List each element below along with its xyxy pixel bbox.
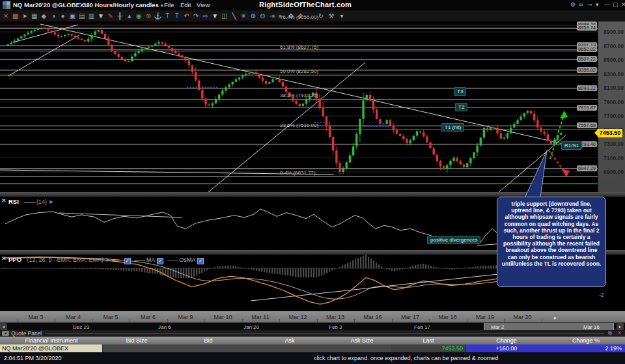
date-label: Mar 4 — [66, 314, 81, 320]
quote-bid-cell — [171, 344, 247, 352]
symbol-selector[interactable]: NQ Mar20'20 @GLOBEX▾ — [13, 1, 89, 8]
text-note-icon[interactable]: T — [163, 12, 172, 20]
candle-tool-icon[interactable]: ╫ — [115, 12, 124, 20]
date-axis[interactable]: Mar 3Mar 4Mar 5Mar 6Mar 9Mar 10Mar 11Mar… — [0, 311, 625, 323]
scroll-date-label: Dec 23 — [73, 324, 89, 330]
ppo-settings-pointer-icon[interactable]: ➤ — [105, 257, 112, 263]
date-label: Mar 6 — [141, 314, 156, 320]
divider — [46, 333, 604, 334]
date-label: Mar 5 — [103, 314, 118, 320]
ellipse-icon[interactable]: ● — [59, 12, 68, 20]
quote-columns-header: Financial InstrumentBid SizeBidAskAsk Si… — [0, 337, 625, 344]
date-label: Mar 16 — [363, 314, 382, 320]
bar-spacing-out-icon[interactable]: ⇤ — [277, 12, 286, 20]
palette-icon[interactable]: ❖ — [296, 12, 305, 20]
ppo-params: (12, 26, 9 - EMA, EMA, EMA) — [27, 257, 104, 263]
date-label: Mar 18 — [438, 314, 456, 320]
grid-icon[interactable]: ▦ — [30, 12, 39, 20]
settings-gear-icon[interactable]: ⚙ — [570, 1, 576, 8]
triangle-tool-icon[interactable]: ▲ — [125, 12, 134, 20]
rsi-header: RSI —— (14) ➤ — [8, 198, 53, 205]
date-label: Mar 10 — [214, 314, 232, 320]
trendline-tool-icon[interactable]: ╲ — [229, 12, 238, 20]
osma-checkbox[interactable]: ✓ — [197, 258, 204, 264]
quote-change-cell: +160.00 — [466, 344, 548, 352]
date-label: Mar 11 — [251, 314, 269, 320]
column-header-ask-size: Ask Size — [333, 337, 391, 344]
utility-chevron-icon[interactable]: ▾ — [337, 12, 346, 20]
ray-tool-icon[interactable]: ✳ — [239, 12, 248, 20]
link-icon[interactable]: ∞ — [579, 1, 583, 8]
menu-edit[interactable]: Edit — [180, 1, 191, 8]
quote-panel-close-icon[interactable]: ✕ — [617, 330, 622, 336]
maximize-button[interactable]: ▢ — [613, 1, 618, 8]
symbol-label: NQ Mar20'20 @GLOBEX — [13, 1, 84, 8]
anchor-icon[interactable]: ⚓ — [154, 12, 163, 20]
column-header-last: Last — [391, 337, 466, 344]
toolbar: ✕▩➤▦◆◑●▣▤▥▼✎╫▲◉⊕⚓TT↶↷⇨▼◫╲✳⊕⊖⇥⇤✥❖↻⚒▾ — [0, 10, 625, 22]
wrench-icon[interactable]: ⚒ — [327, 12, 336, 20]
date-label: Mar 13 — [326, 314, 344, 320]
scroll-date-label: Feb 17 — [414, 324, 430, 330]
globe-icon[interactable]: ◉ — [134, 12, 143, 20]
trading-app-window: NQ Mar20'20 @GLOBEX▾ 330 Hours/Hourly ca… — [0, 0, 625, 364]
axis-tick-label: 7700.00 — [604, 113, 624, 119]
ppo-close-icon[interactable]: ✕ — [1, 255, 7, 262]
price-chart[interactable] — [0, 21, 598, 192]
pointer-icon[interactable]: ➤ — [20, 12, 29, 20]
scroll-date-label: Mar 2 — [491, 324, 504, 330]
draw-pen-icon[interactable]: ✎ — [106, 12, 115, 20]
chart-layout-icon[interactable]: ▤ — [77, 12, 87, 20]
ppo-title: PPO — [8, 256, 21, 263]
ma-label: MA — [146, 257, 156, 263]
date-label: Mar 17 — [401, 314, 419, 320]
close-chart-icon[interactable]: ✕ — [1, 12, 10, 20]
quote-row[interactable]: NQ Mar20'20 @GLOBEX 7453.50 +160.00 2.19… — [0, 344, 625, 352]
minimize-button[interactable]: — — [604, 1, 610, 8]
text-box-icon[interactable]: T — [173, 12, 182, 20]
rsi-close-icon[interactable]: ✕ — [1, 197, 7, 204]
date-label: Mar 3 — [28, 314, 43, 320]
redo-icon[interactable]: ↷ — [191, 12, 201, 20]
column-header-change: Change — [466, 337, 547, 344]
axis-tick-label: 7300.00 — [604, 141, 624, 147]
dropdown-triangle-icon[interactable]: ▼ — [96, 12, 105, 20]
multi-grid-icon[interactable]: ▥ — [87, 12, 96, 20]
price-axis[interactable]: 8900.008700.008500.008300.008100.007900.… — [598, 21, 625, 192]
rsi-splitter[interactable] — [0, 192, 625, 197]
center-last-icon[interactable]: ✥ — [286, 12, 296, 20]
exit-door-icon[interactable]: ◫ — [220, 12, 229, 20]
ma-checkbox[interactable]: ✓ — [157, 258, 163, 264]
quote-ask-cell — [246, 344, 334, 352]
half-circle-icon[interactable]: ◑ — [49, 12, 58, 20]
candlestick-canvas[interactable] — [0, 21, 598, 192]
stamp-icon[interactable]: ◆ — [39, 12, 48, 20]
quote-panel-collapse-button[interactable]: ▾ — [2, 331, 9, 336]
analysis-note: triple support (downtrend line, uptrend … — [497, 197, 606, 287]
pin-chevron-icon[interactable]: ▾ — [596, 1, 599, 8]
positive-divergences-label: positive divergences — [427, 236, 480, 244]
timeframe-selector[interactable]: 330 Hours/Hourly candles▾ — [83, 1, 163, 8]
snap-region-icon[interactable]: ▩ — [11, 12, 20, 20]
bar-spacing-in-icon[interactable]: ⇥ — [268, 12, 277, 20]
image-icon[interactable]: ▣ — [68, 12, 77, 20]
refresh-icon[interactable]: ↻ — [316, 12, 326, 20]
menu-file[interactable]: File — [164, 1, 174, 8]
undo-icon[interactable]: ↶ — [182, 12, 191, 20]
current-price-tag: 7453.50 — [598, 129, 622, 137]
sort-triangle-icon[interactable]: ▼ — [210, 12, 219, 20]
axis-tick-label: 8700.00 — [604, 43, 624, 49]
zoom-in-icon[interactable]: ⊕ — [249, 12, 258, 20]
callout-icon[interactable]: ⇨ — [201, 12, 210, 20]
rsi-settings-pointer-icon[interactable]: ➤ — [48, 199, 53, 205]
menu-view[interactable]: View — [197, 1, 210, 8]
date-label: Mar 12 — [288, 314, 307, 320]
target-icon[interactable]: ⊕ — [144, 12, 153, 20]
close-button[interactable]: ✕ — [621, 1, 625, 8]
column-header-bid: Bid — [171, 337, 246, 344]
quote-panel-copy-icon[interactable]: ⧉ — [608, 330, 612, 337]
zoom-out-icon[interactable]: ⊖ — [258, 12, 267, 20]
ppo-checkbox[interactable]: ✓ — [124, 258, 131, 264]
axis-tick-label: 8900.00 — [604, 29, 624, 35]
pin-icon[interactable]: ⊸ — [587, 1, 592, 8]
